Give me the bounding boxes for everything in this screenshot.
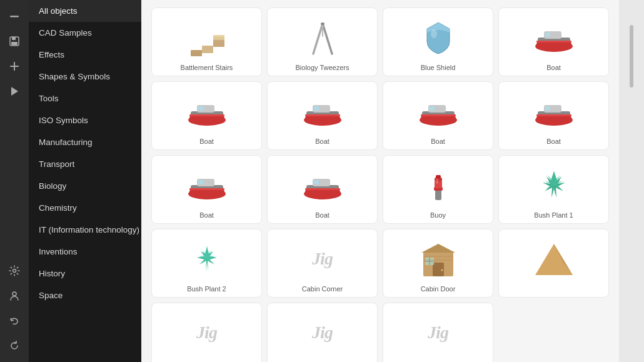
svg-rect-0: [10, 16, 19, 18]
cabin-door-image: [413, 237, 463, 281]
undo-icon[interactable]: [3, 309, 26, 332]
svg-rect-35: [314, 106, 319, 111]
svg-marker-6: [11, 87, 18, 96]
play-icon[interactable]: [3, 80, 26, 103]
object-boat-4[interactable]: Boat: [383, 81, 493, 150]
svg-line-14: [313, 24, 323, 54]
sidebar-item-tools[interactable]: Tools: [29, 88, 141, 109]
svg-rect-9: [213, 39, 224, 47]
object-boat-7[interactable]: Boat: [267, 155, 378, 224]
jig-2-placeholder: Jig: [182, 313, 232, 353]
boat-2-label: Boat: [199, 137, 214, 146]
object-grid: Battlement Stairs Biology Tweezers: [141, 0, 619, 362]
jig-3-image: Jig: [298, 311, 348, 354]
jig-3-placeholder: Jig: [298, 313, 348, 353]
svg-rect-59: [314, 180, 319, 184]
object-pyramid[interactable]: [498, 229, 609, 298]
svg-point-18: [431, 29, 437, 38]
sidebar-item-iso-symbols[interactable]: ISO Symbols: [29, 109, 141, 131]
add-icon[interactable]: [3, 55, 26, 78]
svg-rect-53: [198, 180, 203, 184]
svg-rect-41: [430, 106, 435, 111]
sidebar-item-space[interactable]: Space: [29, 284, 141, 306]
sidebar-item-chemistry[interactable]: Chemistry: [29, 197, 141, 219]
sidebar-item-biology[interactable]: Biology: [29, 175, 141, 197]
svg-rect-48: [536, 114, 571, 116]
tweezers-image: [298, 16, 348, 59]
scrollbar-thumb[interactable]: [630, 25, 633, 88]
boat-7-image: [298, 163, 348, 207]
svg-rect-24: [536, 41, 571, 43]
battlement-stairs-image: [182, 16, 232, 59]
right-panel: [619, 0, 644, 362]
object-boat-5[interactable]: Boat: [498, 81, 609, 150]
svg-rect-23: [545, 33, 550, 37]
object-cabin-corner[interactable]: Jig Cabin Corner: [267, 229, 378, 298]
object-jig-3[interactable]: Jig: [267, 303, 378, 362]
sidebar-item-all-objects[interactable]: All objects: [29, 0, 141, 22]
sidebar-item-history[interactable]: History: [29, 263, 141, 284]
boat-6-image: [182, 163, 232, 207]
tweezers-label: Biology Tweezers: [295, 63, 349, 72]
sidebar-item-transport[interactable]: Transport: [29, 153, 141, 175]
minus-icon[interactable]: [3, 5, 26, 28]
bush-plant-1-label: Bush Plant 1: [534, 211, 573, 219]
object-buoy[interactable]: Buoy: [383, 155, 493, 224]
sidebar-item-cad-samples[interactable]: CAD Samples: [29, 22, 141, 44]
settings-cog-icon[interactable]: [3, 259, 26, 282]
object-biology-tweezers[interactable]: Biology Tweezers: [267, 8, 378, 76]
jig-4-image: Jig: [413, 311, 463, 354]
object-bush-plant-1[interactable]: Bush Plant 1: [498, 155, 609, 224]
object-blue-shield[interactable]: Blue Shield: [383, 8, 493, 76]
object-jig-4[interactable]: Jig: [383, 303, 493, 362]
cabin-corner-label: Cabin Corner: [302, 284, 343, 293]
svg-rect-54: [189, 188, 224, 190]
object-boat-3[interactable]: Boat: [267, 81, 378, 150]
bush-plant-2-image: [182, 237, 232, 281]
refresh-icon[interactable]: [3, 334, 26, 357]
svg-point-7: [13, 269, 16, 273]
boat-5-image: [529, 89, 579, 133]
cabin-door-label: Cabin Door: [421, 284, 456, 293]
svg-rect-47: [545, 106, 550, 111]
boat-3-label: Boat: [315, 137, 330, 146]
object-boat-6[interactable]: Boat: [151, 155, 262, 224]
object-jig-2[interactable]: Jig: [151, 303, 262, 362]
boat-4-label: Boat: [431, 137, 445, 146]
sidebar-item-manufacturing[interactable]: Manufacturing: [29, 131, 141, 153]
svg-rect-2: [12, 37, 16, 40]
sidebar-item-it[interactable]: IT (Information technology): [29, 219, 141, 241]
object-boat-2[interactable]: Boat: [151, 81, 262, 150]
buoy-image: [413, 163, 463, 207]
shield-label: Blue Shield: [421, 63, 456, 72]
buoy-label: Buoy: [430, 211, 446, 219]
jig-4-placeholder: Jig: [413, 313, 463, 353]
svg-rect-36: [305, 114, 340, 116]
boat-4-image: [413, 89, 463, 133]
svg-rect-61: [435, 190, 441, 200]
sidebar-item-effects[interactable]: Effects: [29, 44, 141, 66]
battlement-stairs-label: Battlement Stairs: [181, 63, 233, 72]
svg-rect-29: [198, 106, 203, 111]
boat-1-label: Boat: [546, 63, 561, 72]
svg-rect-60: [305, 188, 340, 190]
svg-marker-80: [535, 244, 573, 275]
svg-point-17: [321, 23, 325, 25]
bush-plant-2-label: Bush Plant 2: [187, 284, 226, 293]
object-boat-1[interactable]: Boat: [498, 8, 609, 76]
svg-rect-13: [213, 35, 224, 37]
bush-plant-1-image: [529, 163, 579, 207]
object-bush-plant-2[interactable]: Bush Plant 2: [151, 229, 262, 298]
object-cabin-door[interactable]: Cabin Door: [383, 229, 493, 298]
sidebar-item-shapes-symbols[interactable]: Shapes & Symbols: [29, 66, 141, 88]
boat-6-label: Boat: [199, 211, 214, 219]
pyramid-image: [529, 237, 579, 281]
svg-point-74: [441, 269, 443, 271]
svg-rect-65: [436, 175, 441, 178]
object-battlement-stairs[interactable]: Battlement Stairs: [151, 8, 262, 76]
svg-rect-30: [189, 114, 224, 116]
boat-3-image: [298, 89, 348, 133]
save-icon[interactable]: [3, 30, 26, 53]
sidebar-item-inventions[interactable]: Inventions: [29, 241, 141, 263]
user-icon[interactable]: [3, 284, 26, 307]
